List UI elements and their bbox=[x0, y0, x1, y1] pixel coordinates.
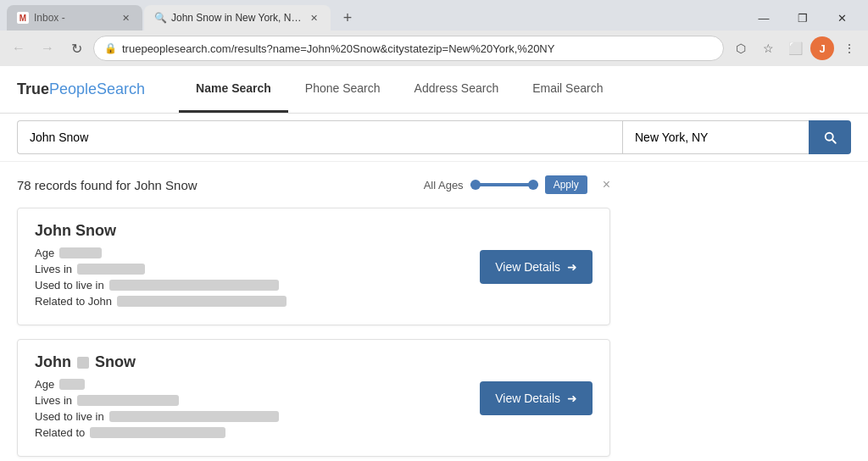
site-content: TruePeopleSearch Name Search Phone Searc… bbox=[0, 66, 868, 461]
search-bar bbox=[0, 114, 868, 162]
result-name-1: John Snow bbox=[35, 222, 463, 240]
close-filter-button[interactable]: × bbox=[603, 177, 610, 192]
result-age-2: Age bbox=[35, 378, 463, 391]
site-navigation: TruePeopleSearch Name Search Phone Searc… bbox=[0, 66, 868, 114]
search-tab-favicon: 🔍 bbox=[154, 12, 166, 24]
address-bar-actions: ⬡ ☆ ⬜ J ⋮ bbox=[729, 36, 861, 60]
back-button[interactable]: ← bbox=[7, 36, 31, 60]
result-used-to-1: Used to live in bbox=[35, 279, 463, 292]
related-value-1 bbox=[117, 296, 287, 307]
profile-button[interactable]: J bbox=[810, 36, 834, 60]
search-result-tab[interactable]: 🔍 John Snow in New York, NY - R... ✕ bbox=[144, 5, 331, 31]
search-button[interactable] bbox=[809, 120, 851, 154]
brand-true: True bbox=[17, 81, 49, 97]
tab-email-search[interactable]: Email Search bbox=[515, 66, 620, 113]
result-info-2: John Snow Age Lives in Used to live in R… bbox=[35, 353, 463, 442]
new-tab-button[interactable]: + bbox=[336, 6, 359, 30]
result-lives-in-1: Lives in bbox=[35, 263, 463, 275]
window-controls: — ❐ ✕ bbox=[744, 5, 868, 31]
address-bar[interactable]: 🔒 truepeoplesearch.com/results?name=John… bbox=[93, 36, 724, 61]
tab-phone-search[interactable]: Phone Search bbox=[288, 66, 398, 113]
age-filter: All Ages Apply × bbox=[424, 175, 610, 194]
tab-address-search[interactable]: Address Search bbox=[398, 66, 516, 113]
browser-chrome: M Inbox - ✕ 🔍 John Snow in New York, NY … bbox=[0, 0, 868, 66]
slider-track bbox=[470, 183, 538, 186]
nav-tabs: Name Search Phone Search Address Search … bbox=[179, 66, 620, 113]
results-count: 78 records found for John Snow bbox=[17, 178, 198, 192]
used-to-value-2 bbox=[109, 411, 279, 422]
address-text: truepeoplesearch.com/results?name=John%2… bbox=[122, 42, 713, 55]
slider-handle-left[interactable] bbox=[470, 180, 481, 190]
brand-logo: TruePeopleSearch bbox=[17, 70, 162, 108]
results-header: 78 records found for John Snow All Ages … bbox=[17, 175, 610, 194]
result-info-1: John Snow Age Lives in Used to live in R… bbox=[35, 222, 463, 311]
result-related-2: Related to bbox=[35, 426, 463, 439]
result-card-2: John Snow Age Lives in Used to live in R… bbox=[17, 339, 610, 457]
cast-icon[interactable]: ⬡ bbox=[729, 36, 753, 60]
menu-icon[interactable]: ⋮ bbox=[837, 36, 861, 60]
gmail-tab[interactable]: M Inbox - ✕ bbox=[7, 5, 142, 31]
result-name-2: John Snow bbox=[35, 353, 463, 371]
maximize-button[interactable]: ❐ bbox=[783, 5, 822, 31]
reload-button[interactable]: ↻ bbox=[64, 36, 88, 60]
apply-age-filter-button[interactable]: Apply bbox=[545, 175, 587, 194]
related-value-2 bbox=[90, 427, 225, 438]
search-name-input[interactable] bbox=[17, 120, 622, 154]
lock-icon: 🔒 bbox=[104, 42, 117, 54]
brand-people: PeopleSearch bbox=[49, 81, 145, 97]
search-icon bbox=[822, 130, 837, 145]
lives-in-value-2 bbox=[77, 395, 179, 406]
result-card-1: John Snow Age Lives in Used to live in R… bbox=[17, 208, 610, 325]
result-used-to-2: Used to live in bbox=[35, 410, 463, 423]
arrow-icon-2: ➜ bbox=[567, 392, 577, 405]
address-bar-row: ← → ↻ 🔒 truepeoplesearch.com/results?nam… bbox=[0, 31, 868, 66]
result-age-1: Age bbox=[35, 247, 463, 259]
tab-name-search[interactable]: Name Search bbox=[179, 66, 288, 113]
bookmark-icon[interactable]: ☆ bbox=[756, 36, 780, 60]
forward-button[interactable]: → bbox=[36, 36, 59, 60]
search-tab-close[interactable]: ✕ bbox=[307, 11, 320, 25]
extensions-icon[interactable]: ⬜ bbox=[783, 36, 807, 60]
gmail-tab-close[interactable]: ✕ bbox=[119, 11, 132, 25]
age-filter-label: All Ages bbox=[424, 179, 464, 192]
age-slider[interactable] bbox=[470, 183, 538, 186]
close-button[interactable]: ✕ bbox=[822, 5, 861, 31]
view-details-button-1[interactable]: View Details ➜ bbox=[480, 250, 593, 284]
minimize-button[interactable]: — bbox=[744, 5, 783, 31]
result-lives-in-2: Lives in bbox=[35, 394, 463, 407]
search-tab-title: John Snow in New York, NY - R... bbox=[171, 12, 302, 24]
gmail-favicon: M bbox=[17, 12, 29, 24]
view-details-button-2[interactable]: View Details ➜ bbox=[480, 381, 593, 415]
age-value-1 bbox=[59, 247, 102, 258]
lives-in-value-1 bbox=[77, 264, 145, 275]
results-container: 78 records found for John Snow All Ages … bbox=[0, 162, 627, 461]
arrow-icon-1: ➜ bbox=[567, 260, 577, 274]
search-location-input[interactable] bbox=[622, 120, 809, 154]
age-value-2 bbox=[59, 379, 85, 390]
slider-handle-right[interactable] bbox=[528, 180, 538, 190]
gmail-tab-title: Inbox - bbox=[34, 12, 114, 24]
tab-bar: M Inbox - ✕ 🔍 John Snow in New York, NY … bbox=[0, 0, 868, 31]
used-to-value-1 bbox=[109, 280, 279, 291]
redacted-middle-name-2 bbox=[77, 357, 89, 369]
result-related-1: Related to John bbox=[35, 295, 463, 308]
